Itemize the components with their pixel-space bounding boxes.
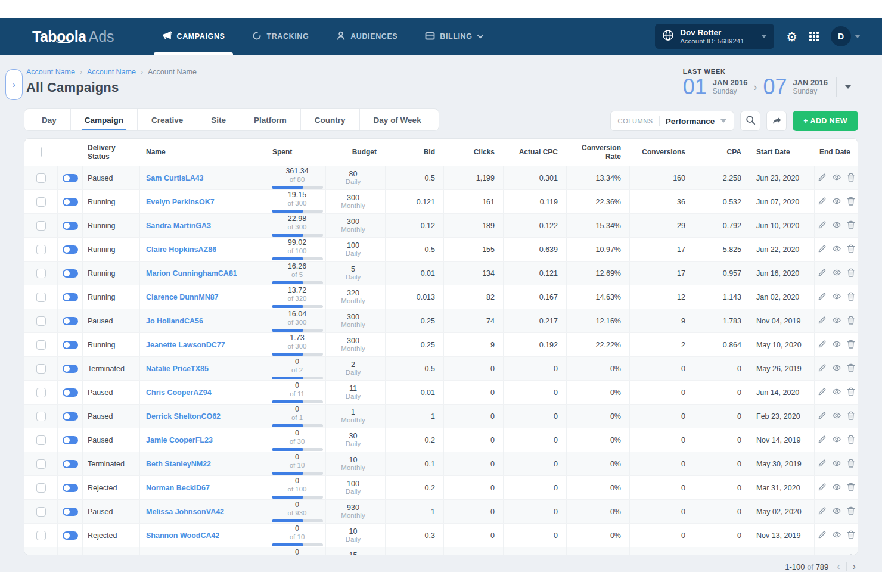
tab-day-of-week[interactable]: Day of Week bbox=[359, 109, 435, 130]
row-active-toggle[interactable] bbox=[63, 222, 78, 230]
edit-pencil-icon[interactable] bbox=[818, 387, 827, 398]
row-active-toggle[interactable] bbox=[63, 269, 78, 278]
row-active-toggle[interactable] bbox=[63, 484, 78, 492]
preview-eye-icon[interactable] bbox=[832, 506, 841, 517]
delete-trash-icon[interactable] bbox=[847, 483, 855, 493]
edit-pencil-icon[interactable] bbox=[818, 340, 827, 350]
row-checkbox[interactable] bbox=[36, 316, 46, 326]
delete-trash-icon[interactable] bbox=[847, 292, 855, 303]
taboola-logo[interactable]: Taboola Ads bbox=[32, 28, 114, 45]
columns-dropdown[interactable]: COLUMNS Performance bbox=[610, 111, 735, 131]
delete-trash-icon[interactable] bbox=[847, 530, 855, 541]
nav-item-audiences[interactable]: AUDIENCES bbox=[336, 18, 397, 55]
delete-trash-icon[interactable] bbox=[847, 411, 855, 422]
row-active-toggle[interactable] bbox=[63, 198, 78, 206]
delete-trash-icon[interactable] bbox=[847, 554, 855, 556]
edit-pencil-icon[interactable] bbox=[818, 411, 827, 422]
edit-pencil-icon[interactable] bbox=[818, 506, 827, 517]
row-checkbox[interactable] bbox=[36, 507, 46, 517]
tab-platform[interactable]: Platform bbox=[240, 109, 300, 130]
campaign-name-link[interactable]: Natalie PriceTX85 bbox=[146, 365, 209, 373]
header-name[interactable]: Name bbox=[139, 139, 266, 166]
preview-eye-icon[interactable] bbox=[832, 387, 841, 398]
edit-pencil-icon[interactable] bbox=[818, 530, 827, 541]
tab-country[interactable]: Country bbox=[300, 109, 359, 130]
row-checkbox[interactable] bbox=[36, 459, 46, 469]
nav-item-campaigns[interactable]: CAMPAIGNS bbox=[162, 18, 225, 55]
edit-pencil-icon[interactable] bbox=[818, 197, 827, 207]
edit-pencil-icon[interactable] bbox=[818, 363, 827, 374]
select-all-checkbox[interactable] bbox=[41, 147, 42, 157]
campaign-name-link[interactable]: Chris CooperAZ94 bbox=[146, 388, 212, 397]
delete-trash-icon[interactable] bbox=[847, 435, 855, 446]
campaign-name-link[interactable]: Jo HollandCA56 bbox=[146, 317, 203, 325]
preview-eye-icon[interactable] bbox=[832, 268, 841, 279]
apps-grid-icon[interactable] bbox=[809, 32, 819, 41]
user-menu[interactable]: D bbox=[831, 26, 861, 46]
tab-site[interactable]: Site bbox=[197, 109, 240, 130]
pagination-next-button[interactable]: › bbox=[853, 561, 856, 572]
delete-trash-icon[interactable] bbox=[847, 316, 855, 326]
preview-eye-icon[interactable] bbox=[832, 435, 841, 446]
row-checkbox[interactable] bbox=[36, 221, 46, 231]
tab-day[interactable]: Day bbox=[28, 109, 70, 130]
add-new-button[interactable]: + ADD NEW bbox=[793, 111, 858, 131]
edit-pencil-icon[interactable] bbox=[818, 220, 827, 231]
row-checkbox[interactable] bbox=[36, 293, 46, 302]
row-active-toggle[interactable] bbox=[63, 317, 78, 325]
preview-eye-icon[interactable] bbox=[832, 244, 841, 255]
campaign-name-link[interactable]: Derrick SheltonCO62 bbox=[146, 412, 220, 421]
campaign-name-link[interactable]: Norman BeckID67 bbox=[146, 484, 210, 492]
header-actual-cpc[interactable]: Actual CPC bbox=[503, 139, 566, 166]
preview-eye-icon[interactable] bbox=[832, 554, 841, 556]
row-checkbox[interactable] bbox=[36, 531, 46, 540]
edit-pencil-icon[interactable] bbox=[818, 483, 827, 493]
edit-pencil-icon[interactable] bbox=[818, 459, 827, 469]
date-range-picker[interactable]: LAST WEEK 01 JAN 2016 Sunday › 07 JAN 20… bbox=[683, 68, 851, 98]
preview-eye-icon[interactable] bbox=[832, 340, 841, 350]
breadcrumb-link[interactable]: Account Name bbox=[87, 68, 136, 76]
edit-pencil-icon[interactable] bbox=[818, 173, 827, 183]
edit-pencil-icon[interactable] bbox=[818, 554, 827, 556]
header-conversion-rate[interactable]: Conversion Rate bbox=[566, 139, 629, 166]
gear-icon[interactable]: ⚙ bbox=[786, 30, 797, 43]
delete-trash-icon[interactable] bbox=[847, 197, 855, 207]
row-active-toggle[interactable] bbox=[63, 365, 78, 373]
preview-eye-icon[interactable] bbox=[832, 411, 841, 422]
row-active-toggle[interactable] bbox=[63, 555, 78, 556]
preview-eye-icon[interactable] bbox=[832, 483, 841, 493]
campaign-name-link[interactable]: Claire HopkinsAZ86 bbox=[146, 245, 216, 254]
pagination-prev-button[interactable]: ‹ bbox=[837, 561, 840, 572]
row-checkbox[interactable] bbox=[36, 412, 46, 421]
delete-trash-icon[interactable] bbox=[847, 459, 855, 469]
delete-trash-icon[interactable] bbox=[847, 173, 855, 183]
edit-pencil-icon[interactable] bbox=[818, 435, 827, 446]
campaign-name-link[interactable]: Sam CurtisLA43 bbox=[146, 174, 204, 182]
row-checkbox[interactable] bbox=[36, 173, 46, 183]
tab-creative[interactable]: Creative bbox=[137, 109, 197, 130]
search-button[interactable] bbox=[740, 111, 760, 131]
campaign-name-link[interactable]: Shannon WoodCA42 bbox=[146, 531, 219, 540]
preview-eye-icon[interactable] bbox=[832, 292, 841, 303]
preview-eye-icon[interactable] bbox=[832, 316, 841, 326]
header-spent[interactable]: Spent bbox=[266, 139, 325, 166]
campaign-name-link[interactable]: Justin LockwoodLA44 bbox=[146, 555, 225, 556]
nav-item-tracking[interactable]: TRACKING bbox=[252, 18, 309, 55]
preview-eye-icon[interactable] bbox=[832, 459, 841, 469]
campaign-name-link[interactable]: Jeanette LawsonDC77 bbox=[146, 341, 225, 349]
row-checkbox[interactable] bbox=[36, 340, 46, 350]
delete-trash-icon[interactable] bbox=[847, 340, 855, 350]
row-checkbox[interactable] bbox=[36, 245, 46, 254]
campaign-name-link[interactable]: Clarence DunnMN87 bbox=[146, 293, 219, 301]
row-active-toggle[interactable] bbox=[63, 412, 78, 421]
row-checkbox[interactable] bbox=[36, 483, 46, 493]
row-checkbox[interactable] bbox=[36, 269, 46, 278]
date-dropdown-caret-icon[interactable] bbox=[845, 85, 851, 89]
row-active-toggle[interactable] bbox=[63, 293, 78, 301]
nav-item-billing[interactable]: BILLING bbox=[425, 18, 484, 55]
campaign-name-link[interactable]: Marion CunninghamCA81 bbox=[146, 269, 237, 278]
export-button[interactable] bbox=[766, 111, 787, 131]
row-checkbox[interactable] bbox=[36, 197, 46, 207]
edit-pencil-icon[interactable] bbox=[818, 316, 827, 326]
delete-trash-icon[interactable] bbox=[847, 244, 855, 255]
